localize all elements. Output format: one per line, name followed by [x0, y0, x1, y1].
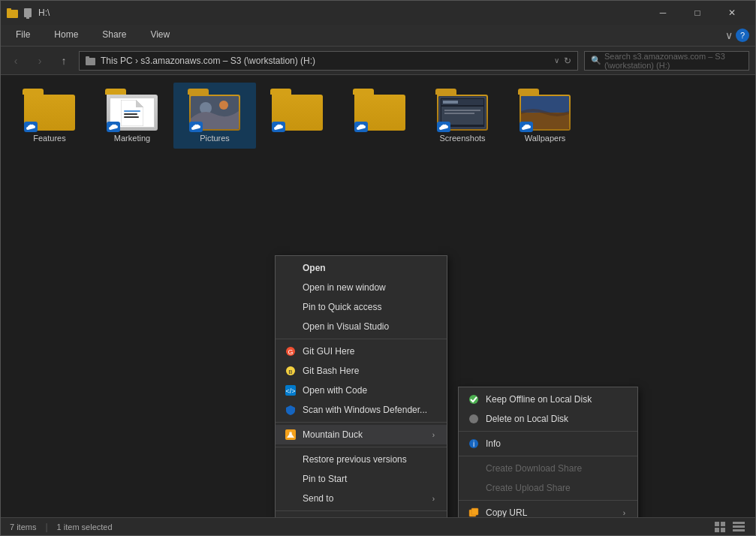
- svg-text:i: i: [473, 440, 474, 448]
- svg-rect-9: [124, 116, 139, 118]
- send-to-icon: [285, 492, 297, 504]
- ctx-open-vs[interactable]: Open in Visual Studio: [276, 317, 447, 336]
- back-button[interactable]: ‹: [7, 52, 25, 70]
- help-button[interactable]: ?: [736, 29, 749, 42]
- ctx-send-to-label: Send to: [303, 493, 333, 504]
- sub-keep-offline[interactable]: Keep Offline on Local Disk: [459, 390, 637, 409]
- svg-rect-36: [471, 508, 478, 515]
- titlebar: H:\ ─ □ ✕: [1, 1, 755, 25]
- sub-copy-url-label: Copy URL: [486, 507, 527, 517]
- file-item-screenshots[interactable]: Screenshots: [421, 83, 504, 149]
- git-bash-icon: B: [285, 365, 297, 377]
- ctx-git-bash[interactable]: B Git Bash Here: [276, 361, 447, 381]
- ctx-sep-4: [276, 510, 447, 511]
- address-chevron[interactable]: ∨: [554, 56, 559, 65]
- ribbon-chevron[interactable]: ∨: [725, 29, 733, 41]
- svg-point-31: [469, 395, 478, 404]
- sub-copy-url[interactable]: Copy URL ›: [459, 503, 637, 517]
- svg-rect-45: [733, 522, 745, 524]
- status-separator: |: [45, 522, 47, 532]
- file-label-wallpapers: Wallpapers: [525, 134, 566, 143]
- forward-button[interactable]: ›: [31, 52, 49, 70]
- pin-icon: [22, 7, 34, 19]
- svg-point-30: [289, 432, 292, 435]
- svg-rect-2: [24, 8, 32, 17]
- folder-icon-features: [23, 89, 77, 131]
- file-item-empty1[interactable]: [256, 83, 339, 140]
- ctx-open-new-window[interactable]: Open in new window: [276, 278, 447, 297]
- close-button[interactable]: ✕: [715, 1, 749, 25]
- ctx-restore[interactable]: Restore previous versions: [276, 450, 447, 469]
- file-item-features[interactable]: Features: [8, 83, 91, 149]
- ribbon-tab-share[interactable]: Share: [90, 25, 138, 46]
- folder-icon-marketing: [105, 89, 159, 131]
- up-button[interactable]: ↑: [55, 52, 73, 70]
- sub-create-upload-share: Create Upload Share: [459, 478, 637, 498]
- ctx-open-label: Open: [303, 263, 326, 273]
- svg-text:B: B: [288, 369, 292, 375]
- maximize-button[interactable]: □: [680, 1, 715, 25]
- check-green-icon: [468, 393, 480, 405]
- ribbon: File Home Share View ∨ ?: [1, 25, 755, 47]
- ctx-send-to[interactable]: Send to ›: [276, 489, 447, 508]
- download-share-icon: [468, 462, 480, 474]
- folder-icon-sm: [7, 7, 19, 19]
- ctx-open[interactable]: Open: [276, 258, 447, 278]
- context-menu: Open Open in new window Pin to Quick acc…: [275, 255, 447, 517]
- ctx-cut[interactable]: Cut: [276, 513, 447, 517]
- mountain-duck-icon: [285, 429, 297, 441]
- file-label-pictures: Pictures: [200, 134, 230, 143]
- address-box[interactable]: This PC › s3.amazonaws.com – S3 (\workst…: [79, 51, 578, 71]
- ctx-mountain-duck[interactable]: Mountain Duck ›: [276, 425, 447, 444]
- ribbon-tab-file[interactable]: File: [4, 25, 42, 46]
- details-view-button[interactable]: [731, 519, 746, 534]
- info-icon: i: [468, 438, 480, 450]
- ctx-git-gui[interactable]: G Git GUI Here: [276, 342, 447, 361]
- svg-point-12: [219, 101, 228, 110]
- git-gui-icon: G: [285, 345, 297, 357]
- cloud-badge-features: [24, 122, 38, 132]
- ctx-open-code[interactable]: </> Open with Code: [276, 381, 447, 400]
- ctx-open-new-window-label: Open in new window: [303, 282, 386, 293]
- upload-share-icon: [468, 482, 480, 494]
- large-icons-view-button[interactable]: [713, 519, 728, 534]
- ctx-open-code-label: Open with Code: [303, 385, 367, 396]
- search-icon: 🔍: [591, 56, 601, 65]
- file-item-marketing[interactable]: Marketing: [91, 83, 173, 149]
- ctx-sep-2: [276, 422, 447, 423]
- ctx-restore-label: Restore previous versions: [303, 454, 407, 465]
- ribbon-tab-home[interactable]: Home: [42, 25, 90, 46]
- defender-icon: [285, 404, 297, 416]
- copy-url-icon: [468, 507, 480, 517]
- content-area: Features Marketing: [1, 75, 755, 517]
- ctx-pin-start[interactable]: Pin to Start: [276, 469, 447, 489]
- statusbar: 7 items | 1 item selected: [1, 517, 755, 535]
- file-label-features: Features: [33, 134, 65, 143]
- folder-icon-empty2: [353, 89, 407, 131]
- sub-info[interactable]: i Info: [459, 434, 637, 453]
- svg-rect-3: [26, 17, 29, 19]
- search-box[interactable]: 🔍 Search s3.amazonaws.com – S3 (\worksta…: [584, 51, 749, 71]
- file-item-pictures[interactable]: Pictures: [173, 83, 256, 149]
- sub-info-label: Info: [486, 438, 501, 449]
- refresh-button[interactable]: ↻: [564, 56, 571, 66]
- file-item-empty2[interactable]: [339, 83, 421, 140]
- window-controls: ─ □ ✕: [646, 1, 749, 25]
- minimize-button[interactable]: ─: [646, 1, 680, 25]
- ctx-sep-3: [276, 447, 447, 447]
- file-item-wallpapers[interactable]: Wallpapers: [504, 83, 586, 149]
- addressbar: ‹ › ↑ This PC › s3.amazonaws.com – S3 (\…: [1, 47, 755, 75]
- svg-rect-8: [124, 113, 137, 115]
- svg-rect-18: [444, 110, 480, 111]
- ctx-pin-quick[interactable]: Pin to Quick access: [276, 297, 447, 317]
- explorer-window: H:\ ─ □ ✕ File Home Share View ∨ ? ‹ › ↑: [0, 0, 756, 536]
- pin-start-icon: [285, 473, 297, 485]
- folder-icon-screenshots: [435, 89, 489, 131]
- cloud-badge-screenshots: [437, 122, 450, 132]
- sub-delete-local[interactable]: Delete on Local Disk: [459, 409, 637, 429]
- ctx-defender[interactable]: Scan with Windows Defender...: [276, 400, 447, 420]
- ribbon-tabs: File Home Share View: [1, 25, 185, 46]
- cloud-badge-wallpapers: [520, 122, 533, 132]
- open-icon: [285, 262, 297, 274]
- ribbon-tab-view[interactable]: View: [138, 25, 182, 46]
